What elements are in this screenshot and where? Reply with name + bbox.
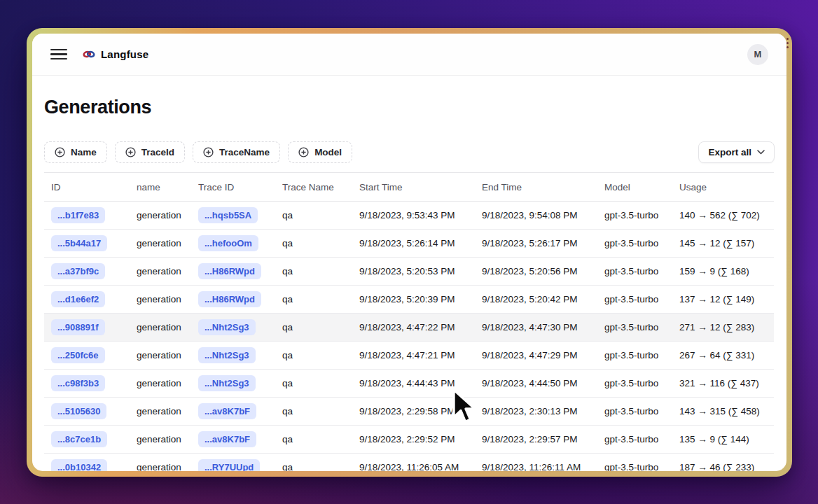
table-cell-start-time: 9/18/2023, 9:53:43 PM xyxy=(352,210,475,220)
generation-id-link[interactable]: ...5b44a17 xyxy=(51,235,107,251)
trace-id-link[interactable]: ...RY7UUpd xyxy=(198,459,260,471)
table-row[interactable]: ...a37bf9cgeneration...H86RWpdqa9/18/202… xyxy=(44,258,774,286)
table-cell: ...908891f xyxy=(44,319,130,335)
page-title: Generations xyxy=(44,96,775,118)
filter-chip-label: TraceId xyxy=(141,147,174,158)
table-cell: ...250fc6e xyxy=(44,347,130,363)
export-all-button[interactable]: Export all xyxy=(698,141,775,163)
table-row[interactable]: ...c98f3b3generation...Nht2Sg3qa9/18/202… xyxy=(44,370,774,398)
trace-id-link[interactable]: ...av8K7bF xyxy=(198,403,256,419)
table-cell: ...5b44a17 xyxy=(44,235,130,251)
trace-id-link[interactable]: ...H86RWpd xyxy=(198,263,261,279)
main-content: Generations Name TraceId xyxy=(32,76,786,471)
langfuse-app: Langfuse M Generations Name Trace xyxy=(32,34,786,471)
table-cell-name: generation xyxy=(130,210,191,220)
plus-circle-icon xyxy=(125,147,136,158)
table-row[interactable]: ...5b44a17generation...hefooOmqa9/18/202… xyxy=(44,230,774,258)
filter-chip-traceid[interactable]: TraceId xyxy=(115,141,185,163)
table-cell-usage: 135 → 9 (∑ 144) xyxy=(672,434,774,444)
table-cell-usage: 159 → 9 (∑ 168) xyxy=(672,266,774,276)
generation-id-link[interactable]: ...0b10342 xyxy=(51,459,107,471)
table-cell: ...RY7UUpd xyxy=(191,459,275,471)
col-header-model: Model xyxy=(597,182,672,192)
table-cell-usage: 267 → 64 (∑ 331) xyxy=(672,350,774,360)
table-cell: ...0b10342 xyxy=(44,459,130,471)
table-cell-trace-name: qa xyxy=(275,350,352,360)
table-cell-trace-name: qa xyxy=(275,238,352,248)
filter-chip-tracename[interactable]: TraceName xyxy=(193,141,280,163)
generation-id-link[interactable]: ...d1e6ef2 xyxy=(51,291,105,307)
table-row[interactable]: ...0b10342generation...RY7UUpdqa9/18/202… xyxy=(44,454,774,471)
filter-chip-name[interactable]: Name xyxy=(44,141,107,163)
table-row[interactable]: ...250fc6egeneration...Nht2Sg3qa9/18/202… xyxy=(44,342,774,370)
table-row[interactable]: ...8c7ce1bgeneration...av8K7bFqa9/18/202… xyxy=(44,426,774,454)
table-cell: ...b1f7e83 xyxy=(44,207,130,223)
table-cell-name: generation xyxy=(130,378,191,388)
table-cell-trace-name: qa xyxy=(275,266,352,276)
generation-id-link[interactable]: ...5105630 xyxy=(51,403,106,419)
table-row[interactable]: ...5105630generation...av8K7bFqa9/18/202… xyxy=(44,398,774,426)
table-cell-name: generation xyxy=(130,462,191,471)
trace-id-link[interactable]: ...Nht2Sg3 xyxy=(198,319,256,335)
table-row[interactable]: ...d1e6ef2generation...H86RWpdqa9/18/202… xyxy=(44,286,774,314)
table-cell-trace-name: qa xyxy=(275,294,352,304)
table-cell-model: gpt-3.5-turbo xyxy=(597,350,672,360)
table-cell-start-time: 9/18/2023, 2:29:58 PM xyxy=(352,406,475,416)
table-cell-usage: 145 → 12 (∑ 157) xyxy=(672,238,774,248)
trace-id-link[interactable]: ...hefooOm xyxy=(198,235,258,251)
col-header-trace-name: Trace Name xyxy=(275,182,352,192)
table-cell-model: gpt-3.5-turbo xyxy=(597,266,672,276)
table-cell-name: generation xyxy=(130,434,191,444)
table-cell-start-time: 9/18/2023, 5:26:14 PM xyxy=(352,238,475,248)
col-header-end-time: End Time xyxy=(475,182,597,192)
trace-id-link[interactable]: ...hqsb5SA xyxy=(198,207,258,223)
col-header-trace-id: Trace ID xyxy=(191,182,275,192)
generation-id-link[interactable]: ...250fc6e xyxy=(51,347,105,363)
table-cell-name: generation xyxy=(130,350,191,360)
window-grip-dots xyxy=(786,38,789,48)
table-cell: ...av8K7bF xyxy=(191,403,275,419)
generation-id-link[interactable]: ...8c7ce1b xyxy=(51,431,107,447)
export-all-label: Export all xyxy=(708,147,751,158)
table-cell-start-time: 9/18/2023, 11:26:05 AM xyxy=(352,462,475,471)
table-cell: ...c98f3b3 xyxy=(44,375,130,391)
table-cell-usage: 140 → 562 (∑ 702) xyxy=(672,210,774,220)
table-cell: ...5105630 xyxy=(44,403,130,419)
generation-id-link[interactable]: ...a37bf9c xyxy=(51,263,105,279)
table-cell: ...d1e6ef2 xyxy=(44,291,130,307)
table-cell: ...H86RWpd xyxy=(191,291,275,307)
desktop-background: { "app": { "brand": "Langfuse", "avatar_… xyxy=(0,0,818,504)
langfuse-knot-logo-icon xyxy=(83,49,95,59)
col-header-id: ID xyxy=(44,182,130,192)
table-cell-end-time: 9/18/2023, 4:44:50 PM xyxy=(475,378,597,388)
filter-toolbar: Name TraceId TraceName xyxy=(44,141,775,163)
table-cell-end-time: 9/18/2023, 2:30:13 PM xyxy=(475,406,597,416)
table-row[interactable]: ...908891fgeneration...Nht2Sg3qa9/18/202… xyxy=(44,314,774,342)
table-cell-model: gpt-3.5-turbo xyxy=(597,210,672,220)
table-row[interactable]: ...b1f7e83generation...hqsb5SAqa9/18/202… xyxy=(44,202,774,230)
trace-id-link[interactable]: ...H86RWpd xyxy=(198,291,261,307)
generation-id-link[interactable]: ...c98f3b3 xyxy=(51,375,105,391)
generation-id-link[interactable]: ...908891f xyxy=(51,319,105,335)
table-cell-end-time: 9/18/2023, 5:26:17 PM xyxy=(475,238,597,248)
table-cell-trace-name: qa xyxy=(275,378,352,388)
table-cell-start-time: 9/18/2023, 5:20:39 PM xyxy=(352,294,475,304)
generation-id-link[interactable]: ...b1f7e83 xyxy=(51,207,105,223)
filter-chip-model[interactable]: Model xyxy=(288,141,352,163)
plus-circle-icon xyxy=(298,147,309,158)
brand-logo-link[interactable]: Langfuse xyxy=(83,48,148,60)
trace-id-link[interactable]: ...Nht2Sg3 xyxy=(198,375,256,391)
table-cell-end-time: 9/18/2023, 5:20:42 PM xyxy=(475,294,597,304)
trace-id-link[interactable]: ...av8K7bF xyxy=(198,431,256,447)
brand-name: Langfuse xyxy=(101,48,148,60)
menu-hamburger-icon[interactable] xyxy=(50,49,67,60)
col-header-start-time: Start Time xyxy=(352,182,475,192)
trace-id-link[interactable]: ...Nht2Sg3 xyxy=(198,347,256,363)
table-cell-usage: 271 → 12 (∑ 283) xyxy=(672,322,774,332)
filter-chip-label: Model xyxy=(314,147,342,158)
chevron-down-icon xyxy=(757,150,765,155)
table-cell-end-time: 9/18/2023, 5:20:56 PM xyxy=(475,266,597,276)
plus-circle-icon xyxy=(203,147,214,158)
user-avatar[interactable]: M xyxy=(747,44,768,65)
table-cell: ...Nht2Sg3 xyxy=(191,347,275,363)
